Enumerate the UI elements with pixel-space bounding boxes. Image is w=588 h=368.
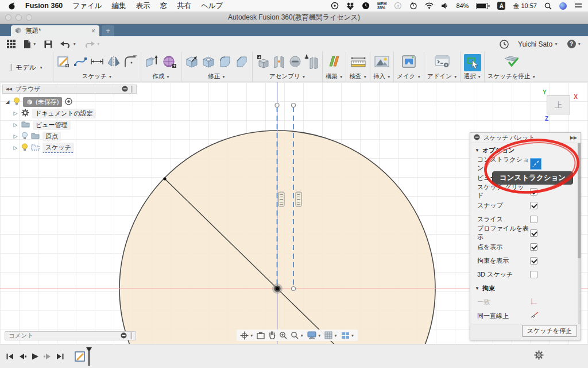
- bulb-off-icon[interactable]: [21, 132, 28, 141]
- tab-close-icon[interactable]: ×: [91, 27, 95, 35]
- tree-item-label[interactable]: ドキュメントの設定: [32, 109, 96, 118]
- tree-row-origin[interactable]: ▷ 原点: [5, 131, 96, 142]
- apple-icon[interactable]: [8, 2, 16, 10]
- show-profile-checkbox[interactable]: [530, 229, 537, 237]
- create-form-icon[interactable]: [162, 54, 178, 71]
- window-zoom-button[interactable]: [26, 14, 32, 21]
- construct-plane-icon[interactable]: [327, 54, 342, 71]
- look-at-button[interactable]: [257, 332, 265, 339]
- as-built-joint-icon[interactable]: [288, 54, 303, 71]
- browser-header[interactable]: ◀◀ ブラウザ: [2, 85, 137, 94]
- measure-icon[interactable]: [350, 54, 367, 71]
- print3d-icon[interactable]: [401, 54, 417, 71]
- minimize-circle-icon[interactable]: [121, 332, 127, 340]
- tree-row-root[interactable]: ◢ (未保存): [5, 96, 96, 108]
- window-close-button[interactable]: [5, 14, 11, 21]
- user-account-button[interactable]: Yuichi Sato▼: [518, 40, 558, 48]
- timeline-skip-start-button[interactable]: [6, 352, 14, 361]
- menubar-clock[interactable]: 金 10:57: [513, 2, 537, 10]
- slice-checkbox[interactable]: [530, 216, 537, 223]
- dropbox-icon[interactable]: [346, 2, 354, 10]
- timeline-sketch-feature[interactable]: [75, 351, 86, 362]
- tree-row-document-settings[interactable]: ▷ ドキュメントの設定: [5, 108, 96, 119]
- menu-window[interactable]: 窓: [160, 1, 167, 11]
- group-label-addins[interactable]: アドイン▼: [427, 72, 457, 80]
- clock-badge-icon[interactable]: [362, 2, 370, 10]
- pan-button[interactable]: [268, 331, 276, 339]
- rigid-group-icon[interactable]: [304, 54, 319, 71]
- siri-icon[interactable]: [559, 2, 567, 10]
- file-menu-button[interactable]: ▼: [24, 40, 36, 49]
- time-machine-icon[interactable]: [409, 2, 417, 10]
- insert-image-icon[interactable]: [374, 55, 390, 71]
- minimize-circle-icon[interactable]: [474, 134, 480, 141]
- construction-endpoint-1[interactable]: [275, 103, 279, 108]
- tree-item-label[interactable]: スケッチ: [42, 143, 74, 153]
- input-source-icon[interactable]: A: [497, 2, 505, 10]
- dimension-icon[interactable]: [90, 54, 105, 71]
- show-constraints-checkbox[interactable]: [530, 257, 537, 264]
- viewports-button[interactable]: ▼: [341, 332, 354, 339]
- construction-endpoint-2[interactable]: [292, 103, 296, 108]
- sketch-3d-checkbox[interactable]: [530, 271, 537, 278]
- window-minimize-button[interactable]: [16, 14, 22, 21]
- sketch-fillet-icon[interactable]: [123, 54, 138, 71]
- stop-sketch-icon[interactable]: [503, 54, 520, 71]
- timeline-skip-end-button[interactable]: [56, 352, 64, 361]
- menu-share[interactable]: 共有: [177, 1, 191, 11]
- extrude-icon[interactable]: [144, 54, 160, 71]
- collapsed-arrow-icon[interactable]: ▷: [13, 133, 18, 139]
- menu-app-name[interactable]: Fusion 360: [25, 2, 63, 10]
- line-endpoint[interactable]: [163, 177, 166, 180]
- bulb-on-icon[interactable]: [21, 143, 28, 152]
- coincident-icon[interactable]: [530, 297, 538, 306]
- battery-icon[interactable]: [476, 3, 490, 9]
- collapsed-arrow-icon[interactable]: ▷: [13, 145, 18, 151]
- creative-cloud-icon[interactable]: [331, 2, 339, 10]
- mirror-icon[interactable]: [106, 54, 121, 71]
- save-button[interactable]: [44, 40, 52, 48]
- construction-toggle-button[interactable]: [530, 158, 541, 170]
- group-label-stop[interactable]: スケッチを停止▼: [488, 72, 536, 80]
- show-points-checkbox[interactable]: [530, 243, 537, 251]
- menu-edit[interactable]: 編集: [111, 1, 126, 11]
- new-component-icon[interactable]: [256, 54, 270, 71]
- redo-button[interactable]: ▼: [84, 41, 100, 48]
- group-label-inspect[interactable]: 検査▼: [349, 72, 366, 80]
- undo-button[interactable]: ▼: [60, 41, 76, 48]
- parallel-constraint-badge-2[interactable]: [296, 192, 301, 206]
- tree-item-label[interactable]: ビュー管理: [33, 120, 71, 130]
- tree-item-label[interactable]: 原点: [42, 132, 61, 141]
- menu-help[interactable]: ヘルプ: [201, 1, 223, 11]
- shell-icon[interactable]: [201, 54, 216, 71]
- memory-status[interactable]: MEM35%: [377, 2, 386, 10]
- comment-grip[interactable]: [130, 332, 132, 339]
- palette-scrollbar[interactable]: [578, 143, 581, 324]
- viewcube-face-top[interactable]: 上: [555, 100, 562, 110]
- group-label-make[interactable]: メイク▼: [397, 72, 421, 80]
- timeline-step-forward-button[interactable]: [44, 352, 52, 361]
- group-label-construct[interactable]: 構築▼: [326, 72, 343, 80]
- minimize-circle-icon[interactable]: [122, 86, 128, 93]
- group-label-create[interactable]: 作成▼: [152, 72, 169, 80]
- chamfer-icon[interactable]: [234, 54, 249, 71]
- spline-icon[interactable]: [73, 54, 88, 71]
- grid-snap-button[interactable]: ▼: [324, 331, 337, 339]
- fillet-icon[interactable]: [218, 54, 233, 71]
- zoom-window-button[interactable]: ▼: [291, 331, 303, 339]
- parallel-constraint-badge-1[interactable]: [278, 192, 284, 206]
- scrollbar-thumb[interactable]: [578, 143, 581, 258]
- group-label-sketch[interactable]: スケッチ▼: [82, 72, 112, 80]
- construction-endpoint-3[interactable]: [292, 287, 296, 291]
- group-label-insert[interactable]: 挿入▼: [373, 72, 390, 80]
- browser-grip[interactable]: [131, 86, 133, 93]
- sketch-grid-checkbox[interactable]: [530, 188, 537, 195]
- snap-checkbox[interactable]: [530, 202, 537, 209]
- comment-bar[interactable]: コメント: [5, 331, 136, 340]
- help-button[interactable]: ?▼: [567, 40, 581, 48]
- menu-file[interactable]: ファイル: [72, 1, 102, 11]
- collinear-icon[interactable]: [530, 311, 539, 320]
- zoom-button[interactable]: [279, 331, 287, 339]
- group-label-assemble[interactable]: アセンブリ▼: [269, 72, 305, 80]
- collapsed-arrow-icon[interactable]: ▷: [13, 122, 18, 128]
